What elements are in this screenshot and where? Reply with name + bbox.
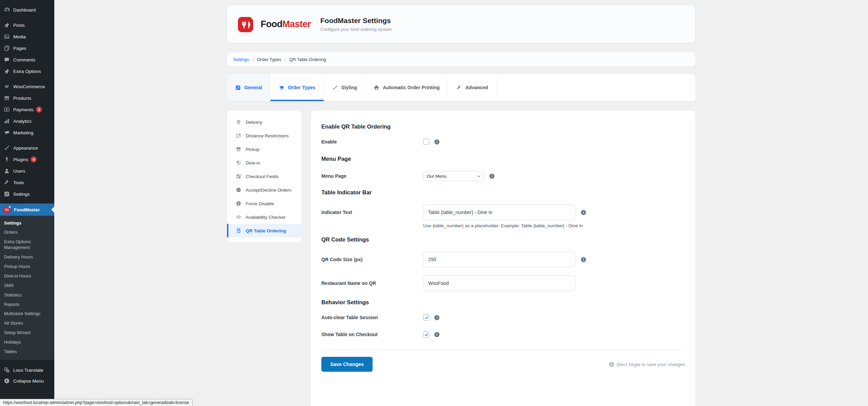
sidebar-item-users[interactable]: Users xyxy=(0,165,54,177)
subnav-item-label: Force Disable xyxy=(246,201,274,206)
tab-label: General xyxy=(244,85,262,90)
sidebar-item-plugins[interactable]: Plugins4 xyxy=(0,154,54,165)
sidebar-item-label: Analytics xyxy=(13,119,32,124)
breadcrumb-item-order-types: Order Types xyxy=(257,57,281,62)
sidebar-item-marketing[interactable]: Marketing xyxy=(0,127,54,138)
sidebar-item-collapse-menu[interactable]: Collapse Menu xyxy=(0,375,54,386)
tab-label: Automatic Order Printing xyxy=(383,85,439,90)
save-changes-button[interactable]: Save Changes xyxy=(321,357,373,372)
indicator-text-input[interactable] xyxy=(423,205,576,220)
breadcrumb: Settings/Order Types/QR Table Ordering xyxy=(227,52,695,66)
field-help-text: Use {table_number} as a placeholder. Exa… xyxy=(423,223,685,228)
sidebar-item-comments[interactable]: Comments xyxy=(0,54,54,65)
foodmaster-logo-icon xyxy=(3,206,11,213)
chevron-down-icon xyxy=(476,174,482,179)
sidebar-item-dashboard[interactable]: Dashboard xyxy=(0,4,54,16)
section-heading: Menu Page xyxy=(321,156,685,162)
info-icon[interactable]: i xyxy=(489,174,494,179)
subnav-item-distance-restrictions[interactable]: Distance Restrictions xyxy=(227,129,302,142)
foodmaster-submenu-item-extra-options-management[interactable]: Extra Options Management xyxy=(0,237,54,253)
subnav-item-dine-in[interactable]: Dine-in xyxy=(227,156,302,170)
collapse-icon xyxy=(3,378,10,384)
info-icon[interactable]: i xyxy=(581,257,586,262)
section-heading: Enable QR Table Ordering xyxy=(321,123,685,130)
products-icon xyxy=(3,95,10,101)
sidebar-item-label: Pages xyxy=(13,46,26,51)
enable-checkbox[interactable] xyxy=(423,139,429,145)
sidebar-item-woocommerce[interactable]: WWooCommerce xyxy=(0,81,54,92)
info-icon[interactable]: i xyxy=(434,315,439,320)
sidebar-item-posts[interactable]: Posts xyxy=(0,19,54,31)
payments-icon: $ xyxy=(3,106,10,113)
foodmaster-submenu-item-reports[interactable]: Reports xyxy=(0,300,54,309)
save-reminder: i Don't forget to save your changes xyxy=(609,362,685,367)
sidebar-item-label: Loco Translate xyxy=(13,368,43,373)
sidebar-item-settings[interactable]: Settings xyxy=(0,188,54,200)
breadcrumb-item-settings[interactable]: Settings xyxy=(233,57,249,62)
page-title: FoodMaster Settings xyxy=(320,17,392,25)
field-control: i xyxy=(423,314,685,321)
field-label: Auto-clear Table Session xyxy=(321,315,423,320)
subnav-item-availability-checker[interactable]: Availability Checker xyxy=(227,210,302,224)
tab-advanced[interactable]: Advanced xyxy=(448,74,496,101)
sidebar-item-appearance[interactable]: Appearance xyxy=(0,142,54,154)
foodmaster-submenu-item-delivery-hours[interactable]: Delivery Hours xyxy=(0,253,54,262)
info-icon: i xyxy=(609,362,614,367)
foodmaster-submenu-item-setup-wizard[interactable]: Setup Wizard xyxy=(0,328,54,338)
subnav-item-label: Pickup xyxy=(246,147,260,152)
qr-code-size-px-input[interactable] xyxy=(423,252,576,267)
sidebar-item-tools[interactable]: Tools xyxy=(0,177,54,188)
sidebar-item-media[interactable]: Media xyxy=(0,31,54,42)
foodmaster-submenu-item-orders[interactable]: Orders xyxy=(0,228,54,237)
foodmaster-submenu-item-settings[interactable]: Settings xyxy=(0,218,54,228)
breadcrumb-separator: / xyxy=(285,57,286,62)
sidebar-item-loco-translate[interactable]: Loco Translate xyxy=(0,365,54,375)
subnav-item-label: Distance Restrictions xyxy=(246,133,289,138)
sidebar-footer: Loco TranslateCollapse Menu xyxy=(0,365,54,386)
subnav-item-delivery[interactable]: Delivery xyxy=(227,115,302,129)
sidebar-item-label: Payments xyxy=(13,107,34,112)
menu-page-select[interactable]: Our Menu xyxy=(423,171,484,181)
subnav-item-force-disable[interactable]: Force Disable xyxy=(227,197,302,210)
sidebar-item-extra-options[interactable]: Extra Options xyxy=(0,65,54,77)
sidebar-item-pages[interactable]: Pages xyxy=(0,42,54,54)
tab-general[interactable]: General xyxy=(227,74,270,101)
info-icon[interactable]: i xyxy=(434,332,439,337)
subnav-item-checkout-fields[interactable]: Checkout Fields xyxy=(227,170,302,183)
main-tabs: GeneralOrder TypesStylingAutomatic Order… xyxy=(227,74,695,101)
foodmaster-submenu-item-statistics[interactable]: Statistics xyxy=(0,290,54,300)
woocommerce-icon: W xyxy=(3,83,10,90)
tab-order-types[interactable]: Order Types xyxy=(270,74,324,101)
foodmaster-submenu-item-sms[interactable]: SMS xyxy=(0,281,54,290)
sidebar-item-foodmaster[interactable]: FoodMaster xyxy=(0,204,54,216)
foodmaster-submenu-item-tables[interactable]: Tables xyxy=(0,347,54,356)
show-table-on-checkout-checkbox[interactable] xyxy=(423,331,429,337)
sidebar-item-products[interactable]: Products xyxy=(0,92,54,104)
foodmaster-submenu-item-all-stores[interactable]: All Stores xyxy=(0,319,54,328)
sidebar-item-payments[interactable]: $Payments1 xyxy=(0,104,54,115)
auto-clear-table-session-checkbox[interactable] xyxy=(423,314,429,321)
field-control xyxy=(423,275,685,291)
tab-styling[interactable]: Styling xyxy=(324,74,366,101)
check-circle-icon xyxy=(236,187,241,193)
grid-icon xyxy=(236,174,241,179)
notification-badge: 1 xyxy=(36,107,42,113)
info-icon[interactable]: i xyxy=(581,210,586,215)
tab-automatic-order-printing[interactable]: Automatic Order Printing xyxy=(365,74,448,101)
subnav-item-qr-table-ordering[interactable]: QR Table Ordering xyxy=(227,224,302,237)
foodmaster-submenu-item-pickup-hours[interactable]: Pickup Hours xyxy=(0,262,54,271)
foodmaster-submenu-item-dine-in-hours[interactable]: Dine-in Hours xyxy=(0,271,54,281)
info-icon[interactable]: i xyxy=(434,139,439,144)
restaurant-name-on-qr-input[interactable] xyxy=(423,275,576,291)
dashboard-icon xyxy=(3,6,10,13)
foodmaster-submenu-item-holidays[interactable]: Holidays xyxy=(0,338,54,347)
sidebar-item-label: Plugins xyxy=(13,157,28,162)
translate-icon xyxy=(3,367,10,373)
foodmaster-logo-icon xyxy=(237,15,256,34)
store-icon xyxy=(236,147,241,152)
sidebar-item-analytics[interactable]: Analytics xyxy=(0,115,54,127)
subnav-item-accept-decline-orders[interactable]: Accept/Decline Orders xyxy=(227,183,302,197)
sidebar-item-label: Extra Options xyxy=(13,69,41,74)
foodmaster-submenu-item-multistore-settings[interactable]: Multistore Settings xyxy=(0,309,54,319)
subnav-item-pickup[interactable]: Pickup xyxy=(227,142,302,156)
